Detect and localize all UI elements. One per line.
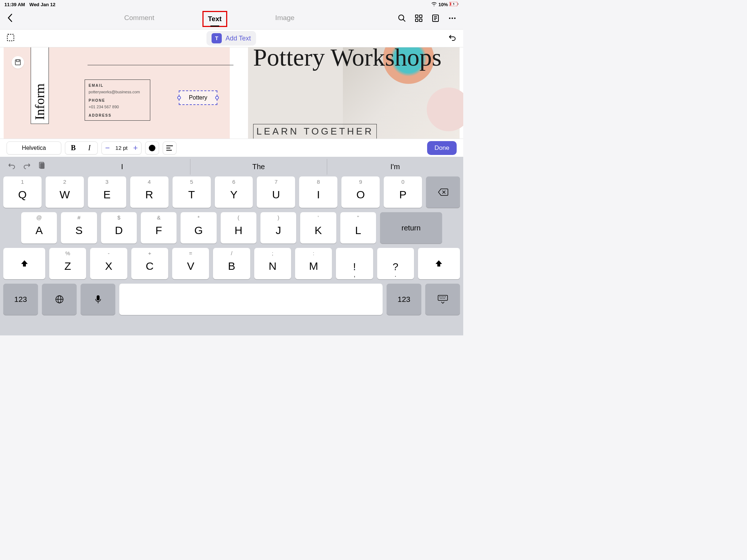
add-text-button[interactable]: T Add Text	[206, 31, 256, 46]
selection-icon[interactable]	[7, 34, 15, 43]
svg-line-4	[403, 19, 405, 22]
email-value: potteryworks@business.com	[89, 90, 146, 94]
suggestion-1[interactable]: I	[54, 159, 190, 175]
key-mic[interactable]	[81, 284, 115, 315]
tab-text[interactable]: Text	[202, 11, 227, 27]
info-box[interactable]: EMAIL potteryworks@business.com PHONE +0…	[85, 79, 150, 121]
key-row-4: 123 123	[0, 284, 463, 315]
address-label: ADDRESS	[89, 113, 146, 117]
key-row-1: 1Q2W3E4R5T6Y7U8I9O0P	[0, 176, 463, 208]
kb-undo-icon[interactable]	[7, 162, 16, 172]
page2-subtitle[interactable]: LEARN TOGETHER	[253, 124, 377, 139]
key-N[interactable]: ;N	[254, 248, 291, 279]
size-decrease[interactable]: −	[102, 143, 113, 153]
align-button[interactable]	[163, 141, 177, 155]
battery-icon	[449, 2, 459, 7]
key-W[interactable]: 2W	[46, 176, 84, 208]
active-textbox[interactable]: Pottery	[179, 90, 217, 105]
key-K[interactable]: 'K	[300, 212, 336, 244]
key-C[interactable]: +C	[131, 248, 168, 279]
color-button[interactable]	[145, 141, 159, 155]
kb-redo-icon[interactable]	[23, 162, 31, 172]
suggestion-3[interactable]: I'm	[327, 159, 463, 175]
key-return[interactable]: return	[380, 212, 442, 244]
svg-rect-30	[438, 295, 448, 300]
text-tool-icon: T	[212, 33, 222, 43]
phone-label: PHONE	[89, 98, 146, 102]
email-label: EMAIL	[89, 83, 146, 88]
page2-title[interactable]: Pottery Workshops	[253, 47, 442, 71]
key-U[interactable]: 7U	[257, 176, 295, 208]
svg-rect-8	[419, 19, 422, 22]
svg-rect-16	[7, 34, 14, 41]
key-X[interactable]: -X	[90, 248, 127, 279]
font-size-chip: − 12 pt +	[101, 141, 142, 155]
key-B[interactable]: /B	[213, 248, 250, 279]
suggestion-row: I The I'm	[0, 157, 463, 176]
status-date: Wed Jan 12	[30, 2, 55, 7]
resize-handle-right[interactable]	[215, 96, 219, 100]
key-row-2: @A#S$D&F*G(H)J'K"Lreturn	[0, 212, 463, 244]
suggestion-2[interactable]: The	[190, 159, 326, 175]
key-I[interactable]: 8I	[299, 176, 337, 208]
plate-image	[427, 88, 463, 131]
kb-clipboard-icon[interactable]	[38, 162, 47, 172]
pages-icon[interactable]	[431, 14, 440, 24]
tab-image[interactable]: Image	[271, 11, 299, 27]
key-E[interactable]: 3E	[88, 176, 126, 208]
vertical-heading[interactable]: Inform	[31, 47, 49, 124]
key-L[interactable]: "L	[340, 212, 376, 244]
keyboard: I The I'm 1Q2W3E4R5T6Y7U8I9O0P @A#S$D&F*…	[0, 157, 463, 335]
key-Y[interactable]: 6Y	[215, 176, 253, 208]
svg-point-15	[454, 18, 456, 19]
search-icon[interactable]	[398, 14, 406, 24]
resize-handle-left[interactable]	[177, 96, 181, 100]
key-O[interactable]: 9O	[341, 176, 380, 208]
key-shift-left[interactable]	[3, 248, 45, 279]
key-G[interactable]: *G	[181, 212, 216, 244]
key-123-right[interactable]: 123	[387, 284, 421, 315]
key-J[interactable]: )J	[260, 212, 296, 244]
page-1[interactable]: Inform EMAIL potteryworks@business.com P…	[4, 47, 230, 139]
key-P[interactable]: 0P	[384, 176, 422, 208]
format-bar: Helvetica B I − 12 pt + Done	[0, 139, 463, 157]
key-shift-right[interactable]	[418, 248, 460, 279]
top-nav: Comment Text Image	[0, 9, 463, 29]
key-S[interactable]: #S	[61, 212, 97, 244]
key-Q[interactable]: 1Q	[3, 176, 42, 208]
size-increase[interactable]: +	[130, 143, 141, 153]
key-Z[interactable]: %Z	[49, 248, 86, 279]
font-selector[interactable]: Helvetica	[7, 141, 61, 155]
svg-rect-2	[458, 3, 458, 5]
key-123-left[interactable]: 123	[3, 284, 38, 315]
done-button[interactable]: Done	[427, 141, 457, 155]
key-period[interactable]: ?.	[377, 248, 414, 279]
key-R[interactable]: 4R	[130, 176, 169, 208]
key-globe[interactable]	[42, 284, 77, 315]
svg-rect-17	[15, 60, 20, 65]
key-D[interactable]: $D	[101, 212, 137, 244]
save-icon[interactable]	[12, 56, 24, 69]
more-icon[interactable]	[448, 14, 457, 24]
key-backspace[interactable]	[426, 176, 460, 208]
page-2[interactable]: Pottery Workshops LEARN TOGETHER	[248, 47, 460, 139]
tab-comment[interactable]: Comment	[120, 11, 159, 27]
bold-button[interactable]: B	[65, 144, 81, 152]
key-T[interactable]: 5T	[173, 176, 211, 208]
key-F[interactable]: &F	[141, 212, 177, 244]
italic-button[interactable]: I	[81, 144, 97, 152]
key-A[interactable]: @A	[21, 212, 57, 244]
key-M[interactable]: :M	[295, 248, 332, 279]
status-bar: 11:39 AM Wed Jan 12 10%	[0, 0, 463, 9]
key-comma[interactable]: !,	[336, 248, 373, 279]
canvas[interactable]: Inform EMAIL potteryworks@business.com P…	[0, 47, 463, 139]
key-space[interactable]	[119, 284, 383, 315]
key-V[interactable]: =V	[172, 248, 209, 279]
back-button[interactable]	[7, 13, 21, 25]
key-H[interactable]: (H	[221, 212, 256, 244]
key-hide-keyboard[interactable]	[425, 284, 460, 315]
color-swatch	[149, 145, 155, 151]
add-text-label: Add Text	[225, 35, 251, 42]
grid-icon[interactable]	[414, 14, 423, 24]
undo-icon[interactable]	[448, 33, 457, 43]
